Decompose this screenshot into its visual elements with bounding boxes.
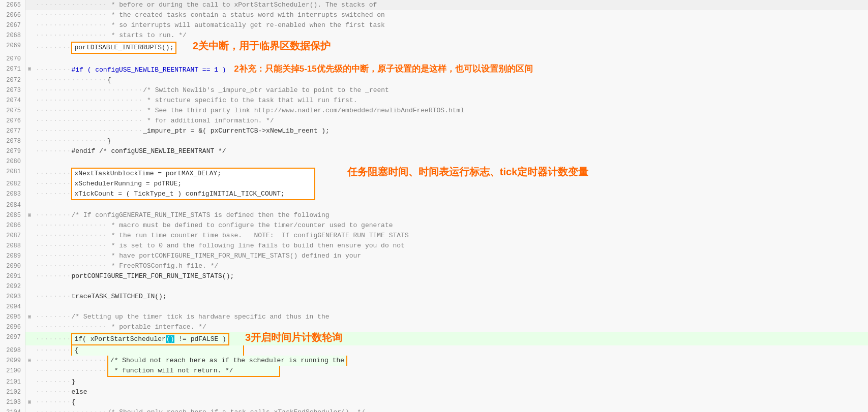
code-content: ········#endif /* configUSE_NEWLIB_REENT… [34,146,868,156]
table-row: 2068················ * starts to run. */ [0,30,868,41]
table-row: 2075························ * See the t… [0,106,868,116]
table-row: 2085▣········/* If configGENERATE_RUN_TI… [0,210,868,220]
code-content: ········{ [34,397,868,407]
fold-icon [25,156,34,167]
fold-icon [25,220,34,231]
table-row: 2089················ * have portCONFIGUR… [0,251,868,261]
line-number: 2078 [0,136,25,146]
fold-icon[interactable]: ▣ [25,397,34,407]
code-content: ················ * have portCONFIGURE_TI… [34,251,868,261]
code-content: ························_impure_ptr = &(… [34,126,868,136]
line-number: 2096 [0,322,25,332]
fold-icon [25,200,34,210]
fold-icon [25,366,34,377]
table-row: 2069········portDISABLE_INTERRUPTS(); 2关… [0,41,868,54]
fold-icon[interactable]: ▣ [25,64,34,75]
code-content [34,200,868,210]
fold-icon [25,322,34,332]
fold-icon [25,345,34,356]
fold-icon [25,271,34,281]
code-content [34,54,868,64]
table-row: 2077························_impure_ptr … [0,126,868,136]
fold-icon [25,126,34,136]
code-content: ················ * so interrupts will au… [34,20,868,30]
line-number: 2066 [0,10,25,20]
fold-icon [25,116,34,126]
line-number: 2071 [0,64,25,75]
line-number: 2073 [0,85,25,96]
code-content: ········portCONFIGURE_TIMER_FOR_RUN_TIME… [34,271,868,281]
line-number: 2088 [0,241,25,251]
fold-icon[interactable]: ▣ [25,210,34,220]
code-content: ········#if ( configUSE_NEWLIB_REENTRANT… [34,64,868,75]
fold-icon [25,30,34,41]
code-content: ········xNextTaskUnblockTime = portMAX_D… [34,167,868,179]
code-content: ························ * for additiona… [34,116,868,126]
fold-icon [25,54,34,64]
line-number: 2080 [0,156,25,167]
code-content: ········xSchedulerRunning = pdTRUE; [34,179,868,189]
table-row: 2074························ * structure… [0,96,868,106]
code-content [34,281,868,292]
fold-icon [25,0,34,10]
fold-icon [25,407,34,412]
table-row: 2084 [0,200,868,210]
code-content: ················ * portable interface. *… [34,322,868,332]
table-row: 2086················ * macro must be def… [0,220,868,231]
line-number: 2081 [0,167,25,179]
fold-icon [25,332,34,345]
table-row: 2072················{ [0,75,868,85]
line-number: 2086 [0,220,25,231]
fold-icon [25,146,34,156]
table-row: 2104················/* Should only reach… [0,407,868,412]
code-content: ························ * See the third… [34,106,868,116]
line-number: 2089 [0,251,25,261]
fold-icon [25,387,34,397]
fold-icon [25,106,34,116]
table-row: 2095▣········/* Setting up the timer tic… [0,312,868,322]
line-number: 2087 [0,231,25,241]
table-row: 2073························/* Switch Ne… [0,85,868,96]
table-row: 2091········portCONFIGURE_TIMER_FOR_RUN_… [0,271,868,281]
code-content: ························ * structure spe… [34,96,868,106]
line-number: 2072 [0,75,25,85]
table-row: 2088················ * is set to 0 and t… [0,241,868,251]
code-viewer: 2065················ * before or during … [0,0,868,412]
table-row: 2097········if( xPortStartScheduler() !=… [0,332,868,345]
table-row: 2067················ * so interrupts wil… [0,20,868,30]
fold-icon [25,136,34,146]
fold-icon [25,41,34,54]
code-content: ········portDISABLE_INTERRUPTS(); 2关中断，用… [34,41,868,54]
line-number: 2091 [0,271,25,281]
fold-icon [25,20,34,30]
code-content: ········/* Setting up the timer tick is … [34,312,868,322]
fold-icon [25,302,34,312]
table-row: 2100················ * function will not… [0,366,868,377]
code-content: ········} [34,377,868,387]
line-number: 2069 [0,41,25,54]
fold-icon [25,292,34,302]
fold-icon [25,75,34,85]
line-number: 2102 [0,387,25,397]
table-row: 2099▣················/* Should not reach… [0,356,868,366]
line-number: 2075 [0,106,25,116]
code-content: ················ * function will not ret… [34,366,868,377]
line-number: 2092 [0,281,25,292]
line-number: 2099 [0,356,25,366]
fold-icon [25,96,34,106]
table-row: 2093········traceTASK_SWITCHED_IN(); [0,292,868,302]
line-number: 2085 [0,210,25,220]
code-content: ················ * the run time counter … [34,231,868,241]
fold-icon [25,85,34,96]
table-row: 2082········xSchedulerRunning = pdTRUE; [0,179,868,189]
fold-icon[interactable]: ▣ [25,356,34,366]
code-content: ················{ [34,75,868,85]
fold-icon[interactable]: ▣ [25,312,34,322]
fold-icon [25,261,34,271]
table-row: 2083········xTickCount = ( TickType_t ) … [0,189,868,200]
code-lines-container: 2065················ * before or during … [0,0,868,412]
code-content: ················} [34,136,868,146]
table-row: 2092 [0,281,868,292]
code-content: ········xTickCount = ( TickType_t ) conf… [34,189,868,200]
line-number: 2094 [0,302,25,312]
